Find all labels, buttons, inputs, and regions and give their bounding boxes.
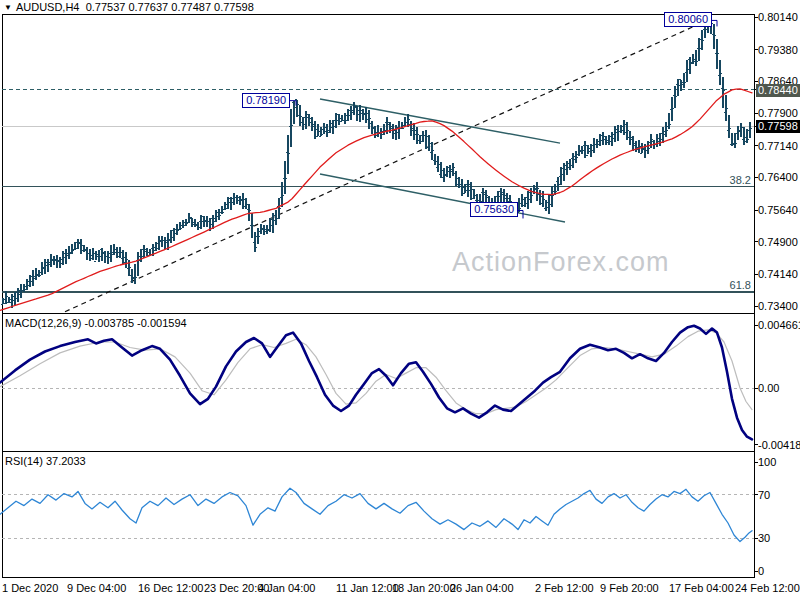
swing-high-price-label[interactable]: 0.80060 xyxy=(664,12,712,27)
date-axis-label: 1 Dec 2020 xyxy=(2,582,58,594)
date-axis-label: 17 Feb 04:00 xyxy=(669,582,734,594)
chevron-down-icon: ▼ xyxy=(4,3,12,12)
macd-pane-border xyxy=(2,313,754,451)
price-axis-label: 0.77598 xyxy=(756,120,800,133)
rsi-axis-label: 0 xyxy=(758,565,799,578)
date-axis-label: 24 Feb 12:00 xyxy=(735,582,800,594)
rsi-line xyxy=(0,488,752,541)
price-axis-label: 0.73400 xyxy=(758,300,799,313)
macd-line xyxy=(0,326,752,440)
date-axis-label: 2 Feb 12:00 xyxy=(535,582,594,594)
candlestick-series xyxy=(1,17,751,308)
macd-axis-label: -0.004187 xyxy=(758,439,799,452)
price-axis-label: 0.77140 xyxy=(758,140,799,153)
date-axis-label: 11 Jan 12:00 xyxy=(336,582,399,594)
fib-level-label: 38.2 xyxy=(730,174,751,186)
fib-level-label: 61.8 xyxy=(730,279,751,291)
channel-upper-line xyxy=(320,99,560,143)
date-axis-label: 9 Dec 04:00 xyxy=(67,582,126,594)
date-axis-label: 18 Jan 20:00 xyxy=(392,582,456,594)
macd-axis-label: 0.004661 xyxy=(758,319,799,332)
rsi-axis-label: 30 xyxy=(758,532,799,545)
date-axis-label: 4 Jan 04:00 xyxy=(258,582,316,594)
date-axis-label: 9 Feb 20:00 xyxy=(600,582,659,594)
price-axis-label: 0.76400 xyxy=(758,171,799,184)
price-pane-border xyxy=(2,14,754,313)
price-axis-label: 0.74900 xyxy=(758,236,799,249)
date-axis-label: 26 Jan 04:00 xyxy=(450,582,514,594)
rsi-pane-border xyxy=(2,451,754,577)
price-axis-label: 0.78440 xyxy=(756,84,800,97)
price-axis-label: 0.75640 xyxy=(758,204,799,217)
date-axis-label: 16 Dec 12:00 xyxy=(138,582,203,594)
moving-average-line xyxy=(0,89,752,311)
price-axis-label: 0.77900 xyxy=(758,107,799,120)
price-axis-label: 0.74140 xyxy=(758,268,799,281)
trading-chart[interactable]: ActionForex.com ▼AUDUSD,H4 0.77537 0.776… xyxy=(0,0,800,600)
rising-trendline xyxy=(65,20,708,312)
price-axis-label: 0.80140 xyxy=(758,11,799,24)
rsi-indicator-label: RSI(14) 37.2033 xyxy=(5,455,86,467)
support-price-label[interactable]: 0.75630 xyxy=(470,202,518,217)
price-axis-label: 0.79380 xyxy=(758,44,799,57)
header-ohlc: 0.77537 0.77637 0.77487 0.77598 xyxy=(86,1,254,13)
resistance-price-label[interactable]: 0.78190 xyxy=(242,93,290,108)
rsi-axis-label: 100 xyxy=(758,456,799,469)
chart-canvas[interactable] xyxy=(0,0,800,600)
rsi-axis-label: 70 xyxy=(758,489,799,502)
macd-indicator-label: MACD(12,26,9) -0.003785 -0.001594 xyxy=(5,317,187,329)
macd-axis-label: 0.00 xyxy=(758,382,799,395)
symbol-ohlc-header: ▼AUDUSD,H4 0.77537 0.77637 0.77487 0.775… xyxy=(4,1,254,13)
header-symbol: AUDUSD,H4 xyxy=(16,1,80,13)
